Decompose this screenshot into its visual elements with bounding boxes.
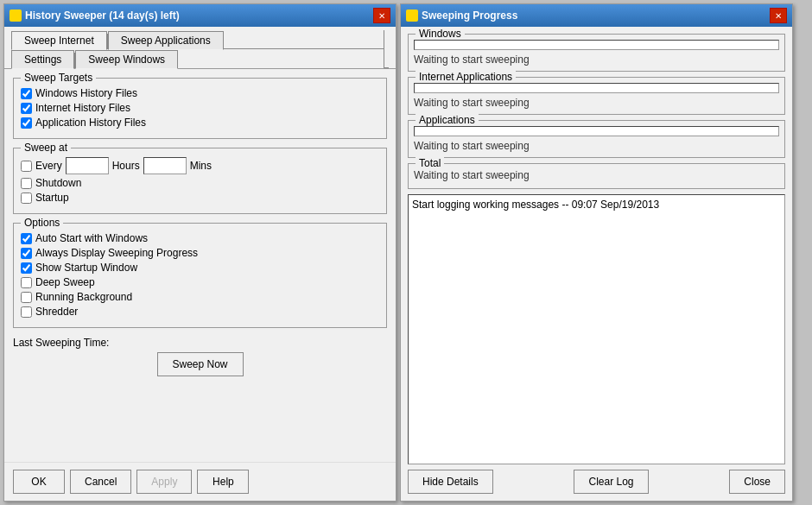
left-title-bar: History Sweeper (14 day(s) left) ✕ xyxy=(4,4,396,27)
deep-sweep-checkbox[interactable] xyxy=(21,277,32,288)
always-display-row: Always Display Sweeping Progress xyxy=(21,247,379,259)
hours-label: Hours xyxy=(112,160,140,172)
shutdown-row: Shutdown xyxy=(21,177,379,189)
windows-status: Waiting to start sweeping xyxy=(414,54,779,66)
tab-filler-right xyxy=(224,30,384,49)
hours-input[interactable] xyxy=(66,157,109,174)
tab-bar: Sweep Internet Sweep Applications Settin… xyxy=(4,27,396,69)
sweep-at-content: Every Hours Mins Shutdown Startup xyxy=(21,157,379,204)
sweep-now-button[interactable]: Sweep Now xyxy=(157,352,244,376)
sweep-targets-title: Sweep Targets xyxy=(21,72,96,84)
internet-history-row: Internet History Files xyxy=(21,102,379,114)
apply-button[interactable]: Apply xyxy=(136,470,192,494)
startup-label: Startup xyxy=(35,192,69,204)
sweep-at-group: Sweep at Every Hours Mins Shutdown Start… xyxy=(13,148,387,214)
left-bottom-buttons: OK Cancel Apply Help xyxy=(4,462,396,501)
options-group: Options Auto Start with Windows Always D… xyxy=(13,223,387,328)
log-area[interactable]: Start logging working messages -- 09:07 … xyxy=(408,194,785,464)
sweep-targets-content: Windows History Files Internet History F… xyxy=(21,87,379,129)
show-startup-row: Show Startup Window xyxy=(21,262,379,274)
right-content: Windows Waiting to start sweeping Intern… xyxy=(401,27,792,501)
shutdown-label: Shutdown xyxy=(35,177,81,189)
internet-apps-progress-group: Internet Applications Waiting to start s… xyxy=(408,77,785,115)
applications-progress-group: Applications Waiting to start sweeping xyxy=(408,120,785,158)
internet-history-checkbox[interactable] xyxy=(21,103,32,114)
applications-group-title: Applications xyxy=(416,114,479,126)
sweep-targets-group: Sweep Targets Windows History Files Inte… xyxy=(13,78,387,139)
windows-progress-bar xyxy=(414,40,779,50)
help-button[interactable]: Help xyxy=(197,470,249,494)
mins-label: Mins xyxy=(190,160,212,172)
sweep-at-title: Sweep at xyxy=(21,142,71,154)
right-title: Sweeping Progress xyxy=(406,9,517,22)
tabs-row1: Sweep Internet Sweep Applications xyxy=(11,30,384,49)
hide-details-button[interactable]: Hide Details xyxy=(408,470,493,494)
log-entry: Start logging working messages -- 09:07 … xyxy=(412,199,781,211)
last-sweep-label: Last Sweeping Time: xyxy=(13,337,109,349)
right-app-icon xyxy=(406,9,418,22)
show-startup-checkbox[interactable] xyxy=(21,262,32,274)
shutdown-checkbox[interactable] xyxy=(21,178,32,189)
running-bg-label: Running Background xyxy=(35,291,132,303)
history-sweeper-window: History Sweeper (14 day(s) left) ✕ Sweep… xyxy=(3,3,396,502)
close-button[interactable]: Close xyxy=(729,470,785,494)
always-display-label: Always Display Sweeping Progress xyxy=(35,247,198,259)
tabs-row2: Settings Sweep Windows xyxy=(11,49,384,68)
startup-row: Startup xyxy=(21,192,379,204)
auto-start-checkbox[interactable] xyxy=(21,233,32,244)
sweep-now-container: Sweep Now xyxy=(13,352,387,376)
show-startup-label: Show Startup Window xyxy=(35,262,137,274)
options-content: Auto Start with Windows Always Display S… xyxy=(21,232,379,318)
every-label: Every xyxy=(35,160,62,172)
windows-history-row: Windows History Files xyxy=(21,87,379,99)
auto-start-label: Auto Start with Windows xyxy=(35,232,148,244)
tab-edge xyxy=(384,30,389,68)
tab-sweep-windows[interactable]: Sweep Windows xyxy=(75,50,178,69)
right-close-button[interactable]: ✕ xyxy=(770,8,787,23)
windows-progress-group: Windows Waiting to start sweeping xyxy=(408,34,785,72)
shredder-checkbox[interactable] xyxy=(21,306,32,318)
right-title-bar: Sweeping Progress ✕ xyxy=(401,4,792,27)
auto-start-row: Auto Start with Windows xyxy=(21,232,379,244)
deep-sweep-label: Deep Sweep xyxy=(35,276,95,288)
total-group-title: Total xyxy=(416,157,444,169)
applications-status: Waiting to start sweeping xyxy=(414,140,779,152)
applications-progress-bar xyxy=(414,126,779,136)
app-history-checkbox[interactable] xyxy=(21,117,32,129)
every-row: Every Hours Mins xyxy=(21,157,379,174)
windows-history-label: Windows History Files xyxy=(35,87,137,99)
right-bottom-buttons: Hide Details Clear Log Close xyxy=(408,470,785,494)
options-title: Options xyxy=(21,217,63,229)
running-bg-row: Running Background xyxy=(21,291,379,303)
app-icon xyxy=(10,9,22,22)
left-content: Sweep Targets Windows History Files Inte… xyxy=(4,69,396,462)
deep-sweep-row: Deep Sweep xyxy=(21,276,379,288)
running-bg-checkbox[interactable] xyxy=(21,292,32,303)
app-history-label: Application History Files xyxy=(35,117,146,129)
tab-settings[interactable]: Settings xyxy=(11,50,74,69)
left-title: History Sweeper (14 day(s) left) xyxy=(10,9,180,22)
tab-filler-right2 xyxy=(178,49,384,68)
tab-sweep-internet[interactable]: Sweep Internet xyxy=(11,31,107,50)
always-display-checkbox[interactable] xyxy=(21,248,32,259)
sweeping-progress-window: Sweeping Progress ✕ Windows Waiting to s… xyxy=(400,3,793,502)
shredder-label: Shredder xyxy=(35,306,78,318)
every-checkbox[interactable] xyxy=(21,161,32,172)
left-title-buttons: ✕ xyxy=(373,8,390,23)
windows-group-title: Windows xyxy=(416,28,465,40)
last-sweep-section: Last Sweeping Time: xyxy=(13,337,387,349)
cancel-button[interactable]: Cancel xyxy=(70,470,131,494)
right-title-buttons: ✕ xyxy=(770,8,787,23)
ok-button[interactable]: OK xyxy=(13,470,65,494)
clear-log-button[interactable]: Clear Log xyxy=(574,470,648,494)
internet-apps-status: Waiting to start sweeping xyxy=(414,97,779,109)
internet-apps-progress-bar xyxy=(414,83,779,93)
windows-history-checkbox[interactable] xyxy=(21,88,32,99)
total-status: Waiting to start sweeping xyxy=(414,167,779,183)
mins-input[interactable] xyxy=(143,157,187,174)
tab-sweep-applications[interactable]: Sweep Applications xyxy=(108,31,224,50)
left-close-button[interactable]: ✕ xyxy=(373,8,390,23)
startup-checkbox[interactable] xyxy=(21,193,32,204)
internet-history-label: Internet History Files xyxy=(35,102,130,114)
shredder-row: Shredder xyxy=(21,306,379,318)
